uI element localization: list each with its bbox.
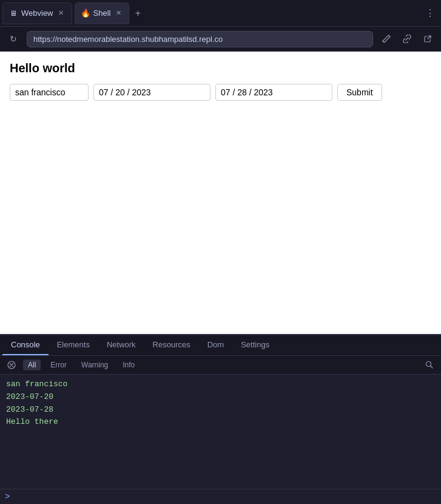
tab-shell-label: Shell: [93, 9, 111, 18]
submit-button[interactable]: Submit: [337, 84, 382, 101]
date-start-input[interactable]: [93, 84, 210, 101]
tab-shell[interactable]: 🔥 Shell ✕: [75, 2, 130, 24]
console-line: 2023-07-28: [6, 404, 435, 417]
filter-clear-button[interactable]: [5, 358, 18, 372]
tab-overflow-button[interactable]: ⋮: [422, 5, 439, 22]
page-title: Hello world: [10, 61, 431, 75]
add-tab-button[interactable]: +: [129, 5, 146, 22]
tab-network[interactable]: Network: [98, 335, 144, 355]
tab-webview-label: Webview: [21, 9, 53, 18]
tab-shell-close[interactable]: ✕: [114, 9, 123, 18]
console-output: san francisco 2023-07-20 2023-07-28 Hell…: [0, 375, 441, 489]
tab-bar: 🖥 Webview ✕ 🔥 Shell ✕ + ⋮: [0, 0, 441, 27]
refresh-button[interactable]: ↻: [5, 30, 22, 47]
tab-console[interactable]: Console: [2, 335, 49, 355]
flame-icon: 🔥: [81, 9, 90, 18]
edit-button[interactable]: [378, 30, 395, 47]
tab-dom[interactable]: Dom: [199, 335, 232, 355]
console-input-row: >: [0, 489, 441, 504]
link-button[interactable]: [399, 30, 416, 47]
tab-elements[interactable]: Elements: [49, 335, 98, 355]
external-link-button[interactable]: [419, 30, 436, 47]
console-panel: Console Elements Network Resources Dom S…: [0, 334, 441, 504]
address-actions: [378, 30, 436, 47]
url-input[interactable]: [27, 31, 373, 47]
filter-info-button[interactable]: Info: [118, 359, 140, 370]
console-line: Hello there: [6, 416, 435, 429]
city-input[interactable]: [10, 84, 89, 101]
tab-settings[interactable]: Settings: [232, 335, 278, 355]
console-prompt: >: [5, 492, 10, 502]
tab-resources[interactable]: Resources: [144, 335, 199, 355]
tab-webview-close[interactable]: ✕: [57, 9, 66, 18]
webview-form: Submit: [10, 84, 431, 101]
console-line: san francisco: [6, 378, 435, 391]
filter-warning-button[interactable]: Warning: [76, 359, 113, 370]
address-bar: ↻: [0, 27, 441, 52]
console-tabs: Console Elements Network Resources Dom S…: [0, 335, 441, 356]
date-end-input[interactable]: [215, 84, 332, 101]
filter-error-button[interactable]: Error: [45, 359, 72, 370]
console-filter-bar: All Error Warning Info: [0, 356, 441, 375]
filter-search-button[interactable]: [423, 358, 436, 372]
tab-webview[interactable]: 🖥 Webview ✕: [2, 2, 72, 24]
filter-all-button[interactable]: All: [23, 359, 41, 370]
webview-content: Hello world Submit: [0, 52, 441, 334]
monitor-icon: 🖥: [9, 9, 18, 18]
console-line: 2023-07-20: [6, 391, 435, 404]
console-input[interactable]: [13, 492, 436, 502]
